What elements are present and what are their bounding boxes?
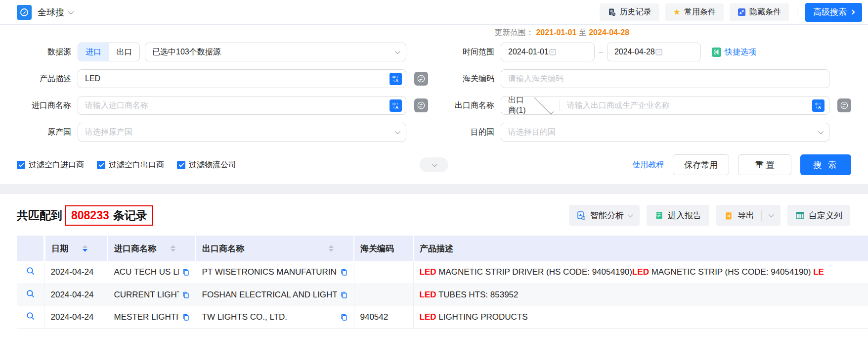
app-switcher-chevron-down-icon[interactable] (68, 8, 74, 14)
row-detail-search-icon[interactable] (26, 266, 35, 276)
chevron-down-icon (432, 161, 437, 167)
history-button[interactable]: 历史记录 (600, 3, 659, 21)
data-source-select[interactable]: 已选中103个数据源 (145, 43, 406, 61)
table-row: 2024-04-24CURRENT LIGHTIN FOSHAN ELECTRI… (17, 284, 868, 306)
chevron-down-icon (395, 48, 400, 54)
smart-analysis-button[interactable]: BI 智能分析 (569, 205, 640, 226)
table-row: 2024-04-24ACU TECH US LLC PT WISETRONICS… (17, 261, 868, 284)
cell-exporter: PT WISETRONICS MANUFATURING (196, 261, 354, 284)
toggle-export[interactable]: 出口 (109, 43, 139, 61)
sort-control[interactable] (171, 245, 175, 252)
exporter-row: 出口商名称 出口商(1) 中A (440, 96, 851, 115)
exporter-input[interactable] (560, 97, 829, 114)
translate-icon[interactable]: 中A (390, 73, 402, 85)
end-date-value: 2024-04-28 (614, 48, 655, 56)
sort-control[interactable] (83, 245, 87, 252)
copy-icon[interactable] (340, 291, 348, 299)
end-date-input[interactable]: 2024-04-28 (607, 43, 701, 61)
tutorial-link[interactable]: 使用教程 (632, 160, 664, 170)
importer-label: 进口商名称 (17, 100, 71, 111)
product-desc-input[interactable] (78, 69, 406, 88)
checkbox-checked-icon (97, 161, 105, 169)
svg-text:A: A (395, 78, 398, 83)
importer-row: 进口商名称 中A (17, 96, 428, 115)
hs-code-input[interactable] (501, 69, 829, 88)
topbar: 全球搜 历史记录 ★ 常用条件 (0, 0, 868, 25)
translate-icon[interactable]: 中A (390, 99, 402, 112)
favorite-conditions-button[interactable]: ★ 常用条件 (665, 3, 724, 21)
reset-button[interactable]: 重 置 (738, 154, 791, 175)
copy-icon[interactable] (182, 313, 190, 321)
match-count-prefix: 共匹配到 (17, 208, 62, 223)
app-logo-globe-icon (17, 5, 32, 20)
export-button[interactable]: 导出 (716, 205, 781, 226)
svg-text:A: A (395, 104, 398, 109)
cell-date: 2024-04-24 (44, 306, 108, 328)
search-form-panel: 更新范围： 2021-01-01 至 2024-04-28 数据源 进口 出口 … (0, 25, 868, 184)
company-name: MESTER LIGHTING (114, 312, 179, 322)
svg-text:A: A (818, 104, 821, 109)
hs-code-row: 海关编码 (440, 69, 851, 88)
destination-country-select[interactable]: 请选择目的国 (501, 123, 829, 142)
checkbox-label: 过滤空白出口商 (109, 160, 164, 170)
exact-match-toggle-icon[interactable] (837, 98, 851, 112)
checkbox-checked-icon (17, 161, 25, 169)
app-title: 全球搜 (38, 6, 64, 18)
filter-actions-row: 过滤空白进口商 过滤空白出口商 过滤物流公司 使用教程 保存常用 重 置 搜 索 (17, 154, 851, 175)
expand-more-conditions-button[interactable] (420, 157, 448, 172)
toggle-import[interactable]: 进口 (78, 43, 109, 61)
advanced-search-button[interactable]: 高级搜索 (805, 3, 862, 22)
report-notebook-icon (654, 211, 664, 220)
column-header-label: 日期 (51, 243, 83, 254)
filter-blank-importer-checkbox[interactable]: 过滤空白进口商 (17, 160, 84, 170)
exact-match-toggle-icon[interactable] (414, 98, 428, 112)
cell-exporter: TW LIGHTS CO., LTD. (196, 306, 354, 328)
results-header: 共匹配到 808233 条记录 BI 智能分析 (0, 205, 868, 226)
filter-logistics-checkbox[interactable]: 过滤物流公司 (177, 160, 236, 170)
enter-report-button[interactable]: 进入报告 (647, 205, 709, 226)
origin-country-select[interactable]: 请选择原产国 (78, 123, 406, 142)
copy-icon[interactable] (182, 291, 190, 299)
company-name: PT WISETRONICS MANUFATURING (202, 267, 337, 277)
search-button[interactable]: 搜 索 (800, 154, 851, 175)
save-conditions-button[interactable]: 保存常用 (673, 154, 729, 175)
origin-country-placeholder: 请选择原产国 (85, 127, 395, 138)
copy-icon[interactable] (340, 268, 348, 276)
company-name: TW LIGHTS CO., LTD. (202, 312, 337, 322)
command-icon: ⌘ (712, 48, 721, 57)
favorite-conditions-label: 常用条件 (684, 7, 716, 17)
row-detail-search-icon[interactable] (26, 289, 35, 298)
product-desc-row: 产品描述 中A (17, 69, 428, 88)
chevron-down-icon (534, 95, 553, 114)
match-count-value: 808233 (71, 209, 109, 222)
exporter-type-select[interactable]: 出口商(1) (501, 95, 560, 116)
quick-options-link[interactable]: ⌘ 快捷选项 (712, 47, 756, 57)
exact-match-toggle-icon[interactable] (414, 72, 428, 86)
cell-product-desc: LED TUBES HTS: 853952 (413, 284, 868, 306)
topbar-divider (797, 6, 797, 19)
customize-columns-button[interactable]: 自定义列 (787, 205, 850, 226)
enter-report-label: 进入报告 (668, 210, 701, 221)
start-date-input[interactable]: 2024-01-01 (501, 43, 595, 61)
copy-icon[interactable] (340, 313, 348, 321)
copy-icon[interactable] (182, 268, 190, 276)
cell-hs-code: 940542 (354, 306, 413, 328)
column-header: 海关编码 (354, 236, 413, 261)
product-desc-label: 产品描述 (17, 74, 71, 84)
columns-grid-icon (795, 211, 805, 220)
origin-country-row: 原产国 请选择原产国 (17, 123, 428, 142)
cell-product-desc: LED MAGNETIC STRIP DRIVER (HS CODE: 9405… (413, 261, 868, 284)
hide-conditions-button[interactable]: 隐藏条件 (730, 3, 789, 21)
company-name: FOSHAN ELECTRICAL AND LIGHTI (202, 290, 337, 300)
column-header: 产品描述 (413, 236, 868, 261)
filter-blank-exporter-checkbox[interactable]: 过滤空白出口商 (97, 160, 164, 170)
row-detail-search-icon[interactable] (26, 311, 35, 321)
translate-icon[interactable]: 中A (812, 99, 825, 112)
chevron-down-icon (769, 212, 774, 217)
sort-control[interactable] (329, 245, 334, 252)
cell-importer: MESTER LIGHTING (108, 306, 196, 328)
data-source-label: 数据源 (17, 47, 71, 57)
importer-input[interactable] (78, 96, 406, 115)
results-panel: 共匹配到 808233 条记录 BI 智能分析 (0, 194, 868, 337)
origin-country-label: 原产国 (17, 127, 71, 138)
